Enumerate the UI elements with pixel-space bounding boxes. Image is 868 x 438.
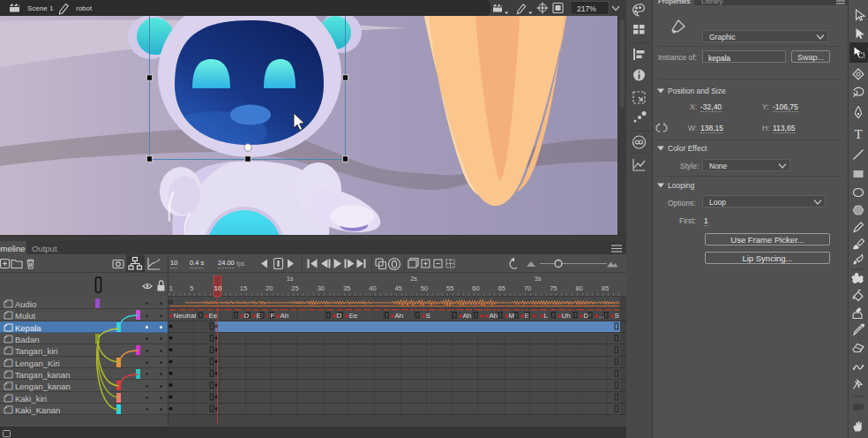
svg-text:T: T bbox=[854, 127, 862, 141]
